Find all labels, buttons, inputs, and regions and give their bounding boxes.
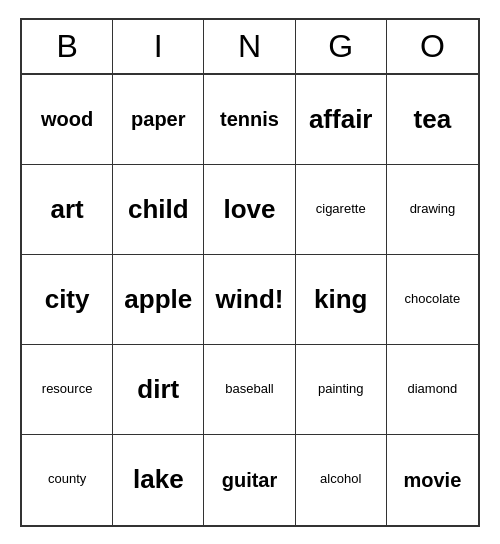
header-letter-O: O (387, 20, 478, 73)
bingo-cell: lake (113, 435, 204, 525)
cell-text: city (45, 285, 90, 314)
bingo-cell: affair (296, 75, 387, 165)
bingo-cell: city (22, 255, 113, 345)
bingo-cell: dirt (113, 345, 204, 435)
header-letter-N: N (204, 20, 295, 73)
bingo-cell: guitar (204, 435, 295, 525)
bingo-cell: alcohol (296, 435, 387, 525)
bingo-cell: love (204, 165, 295, 255)
bingo-cell: resource (22, 345, 113, 435)
cell-text: drawing (410, 202, 456, 216)
bingo-cell: tennis (204, 75, 295, 165)
cell-text: resource (42, 382, 93, 396)
bingo-cell: tea (387, 75, 478, 165)
header-letter-B: B (22, 20, 113, 73)
bingo-cell: chocolate (387, 255, 478, 345)
bingo-cell: art (22, 165, 113, 255)
cell-text: wood (41, 108, 93, 130)
bingo-cell: movie (387, 435, 478, 525)
bingo-cell: baseball (204, 345, 295, 435)
cell-text: baseball (225, 382, 273, 396)
cell-text: cigarette (316, 202, 366, 216)
bingo-cell: cigarette (296, 165, 387, 255)
cell-text: paper (131, 108, 185, 130)
cell-text: county (48, 472, 86, 486)
header-letter-I: I (113, 20, 204, 73)
cell-text: apple (124, 285, 192, 314)
bingo-cell: child (113, 165, 204, 255)
cell-text: tea (414, 105, 452, 134)
bingo-cell: diamond (387, 345, 478, 435)
cell-text: lake (133, 465, 184, 494)
cell-text: alcohol (320, 472, 361, 486)
bingo-cell: king (296, 255, 387, 345)
bingo-header: BINGO (22, 20, 478, 75)
bingo-cell: paper (113, 75, 204, 165)
cell-text: king (314, 285, 367, 314)
cell-text: child (128, 195, 189, 224)
cell-text: diamond (407, 382, 457, 396)
cell-text: movie (403, 469, 461, 491)
bingo-cell: wind! (204, 255, 295, 345)
bingo-cell: drawing (387, 165, 478, 255)
bingo-cell: apple (113, 255, 204, 345)
cell-text: affair (309, 105, 373, 134)
cell-text: tennis (220, 108, 279, 130)
bingo-grid: woodpapertennisaffairteaartchildloveciga… (22, 75, 478, 525)
cell-text: dirt (137, 375, 179, 404)
cell-text: art (50, 195, 83, 224)
cell-text: guitar (222, 469, 278, 491)
bingo-cell: wood (22, 75, 113, 165)
bingo-cell: county (22, 435, 113, 525)
cell-text: wind! (216, 285, 284, 314)
cell-text: love (223, 195, 275, 224)
bingo-card: BINGO woodpapertennisaffairteaartchildlo… (20, 18, 480, 527)
bingo-cell: painting (296, 345, 387, 435)
cell-text: painting (318, 382, 364, 396)
header-letter-G: G (296, 20, 387, 73)
cell-text: chocolate (405, 292, 461, 306)
